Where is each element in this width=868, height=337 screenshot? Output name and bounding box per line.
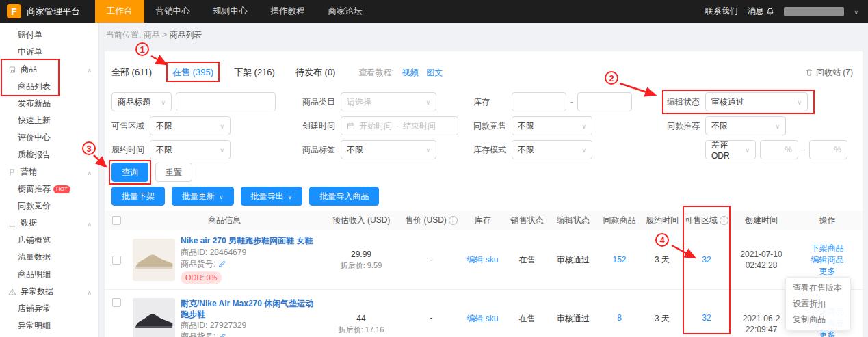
chevron-down-icon[interactable] bbox=[854, 7, 858, 16]
sidebar-section-data[interactable]: 数据 bbox=[0, 215, 98, 232]
sidebar-item-traffic-data[interactable]: 流量数据 bbox=[0, 249, 98, 266]
sidebar-item-review-center[interactable]: 评价中心 bbox=[0, 129, 98, 146]
breadcrumb-level2: 商品列表 bbox=[169, 30, 202, 40]
tab-on-sale[interactable]: 在售 (395) bbox=[172, 66, 213, 79]
breadcrumb: 当前位置: 商品 > 商品列表 bbox=[99, 23, 868, 41]
edit-status-select[interactable]: 审核通过 bbox=[705, 92, 808, 111]
breadcrumb-separator: > bbox=[162, 30, 167, 40]
chevron-down-icon bbox=[284, 191, 293, 201]
end-time-placeholder: 结束时间 bbox=[403, 120, 436, 132]
nav-merchant-forum[interactable]: 商家论坛 bbox=[317, 0, 374, 23]
same-sale-select[interactable]: 不限 bbox=[512, 116, 592, 135]
username-redacted[interactable] bbox=[784, 7, 844, 16]
same-goods-count-link[interactable]: 152 bbox=[612, 255, 626, 265]
select-value: 不限 bbox=[518, 120, 534, 132]
stock-min-input[interactable] bbox=[518, 97, 560, 107]
fulfillment-select[interactable]: 不限 bbox=[150, 140, 231, 159]
odr-min-input[interactable]: % bbox=[760, 140, 798, 159]
id-label: 商品ID: bbox=[181, 321, 207, 330]
goods-tag-select[interactable]: 不限 bbox=[341, 140, 436, 159]
tab-pending[interactable]: 待发布 (0) bbox=[295, 66, 336, 79]
product-title-link[interactable]: 耐克/Nike Air Max270 休闲气垫运动跑步鞋 bbox=[181, 298, 320, 320]
more-link[interactable]: 更多 bbox=[811, 266, 844, 278]
breadcrumb-level1: 商品 bbox=[144, 30, 160, 40]
search-button[interactable]: 查询 bbox=[111, 163, 148, 182]
sku-label: 商品货号: bbox=[181, 259, 215, 269]
sidebar-item-shop-abnormal[interactable]: 店铺异常 bbox=[0, 300, 98, 317]
sidebar-item-abnormal-detail[interactable]: 异常明细 bbox=[0, 317, 98, 334]
menu-item-view-onsale-version[interactable]: 查看在售版本 bbox=[786, 280, 850, 296]
region-select[interactable]: 不限 bbox=[150, 116, 231, 135]
stock-max-input[interactable] bbox=[583, 97, 626, 107]
odr-select[interactable]: 差评ODR bbox=[705, 140, 756, 159]
tutorial-video-link[interactable]: 视频 bbox=[402, 68, 419, 77]
nav-workbench[interactable]: 工作台 bbox=[95, 0, 144, 23]
tutorial-image-link[interactable]: 图文 bbox=[426, 68, 443, 77]
select-all-checkbox[interactable] bbox=[112, 216, 121, 225]
row-checkbox[interactable] bbox=[112, 298, 121, 307]
batch-export-button[interactable]: 批量导出 bbox=[241, 187, 303, 206]
row-checkbox[interactable] bbox=[112, 256, 121, 265]
sidebar-item-label: 橱窗推荐 bbox=[18, 183, 51, 195]
revenue-cell: 29.99 折后价: 9.59 bbox=[320, 230, 402, 290]
edit-sku-link[interactable]: 编辑 sku bbox=[466, 313, 498, 325]
batch-offline-button[interactable]: 批量下架 bbox=[111, 187, 165, 206]
sidebar-section-marketing[interactable]: 营销 bbox=[0, 163, 98, 180]
tab-all[interactable]: 全部 (611) bbox=[111, 66, 152, 79]
tab-off-shelf[interactable]: 下架 (216) bbox=[234, 66, 275, 79]
chevron-down-icon bbox=[577, 121, 586, 131]
sidebar-item-appeal[interactable]: 申诉单 bbox=[0, 44, 98, 61]
sidebar-item-same-bidding[interactable]: 同款竞价 bbox=[0, 198, 98, 215]
created-time-range-picker[interactable]: 开始时间 - 结束时间 bbox=[341, 116, 458, 135]
select-value: 不限 bbox=[156, 120, 172, 132]
sidebar-item-window-recommend[interactable]: 橱窗推荐 HOT bbox=[0, 180, 98, 198]
category-select[interactable]: 请选择 bbox=[341, 92, 436, 111]
region-count-link[interactable]: 32 bbox=[702, 255, 711, 265]
sidebar-item-label: 店铺异常 bbox=[18, 303, 51, 314]
col-price: 售价 (USD) bbox=[402, 215, 460, 226]
goods-list-card: 全部 (611) 在售 (395) 下架 (216) 待发布 (0) 查看教程:… bbox=[105, 51, 863, 337]
sidebar-item-publish-new[interactable]: 发布新品 bbox=[0, 95, 98, 112]
fulfillment-cell: 3 天 bbox=[642, 230, 683, 290]
range-dash: - bbox=[802, 145, 805, 154]
messages-link[interactable]: 消息 bbox=[747, 5, 774, 17]
nav-tutorials[interactable]: 操作教程 bbox=[259, 0, 317, 23]
odr-max-input[interactable]: % bbox=[809, 140, 847, 159]
nav-rules-center[interactable]: 规则中心 bbox=[202, 0, 259, 23]
edit-sku-link[interactable]: 编辑 sku bbox=[466, 254, 498, 266]
edit-pencil-icon[interactable] bbox=[218, 332, 226, 337]
sidebar-section-goods[interactable]: 商品 bbox=[0, 61, 98, 78]
offline-goods-link[interactable]: 下架商品 bbox=[811, 243, 844, 254]
app-title: 商家管理平台 bbox=[27, 5, 80, 18]
sidebar-item-quality-report[interactable]: 质检报告 bbox=[0, 146, 98, 163]
menu-item-set-discount[interactable]: 设置折扣 bbox=[786, 296, 850, 312]
stock-mode-select[interactable]: 不限 bbox=[512, 140, 592, 159]
button-label: 批量导入商品 bbox=[319, 191, 369, 202]
sidebar-item-quick-new[interactable]: 快速上新 bbox=[0, 112, 98, 129]
edit-goods-link[interactable]: 编辑商品 bbox=[811, 254, 844, 266]
menu-item-copy-goods[interactable]: 复制商品 bbox=[786, 312, 850, 327]
product-image[interactable] bbox=[133, 239, 175, 281]
batch-import-button[interactable]: 批量导入商品 bbox=[309, 187, 379, 206]
nav-marketing-center[interactable]: 营销中心 bbox=[144, 0, 202, 23]
reset-button[interactable]: 重置 bbox=[155, 163, 192, 182]
product-title-link[interactable]: Nike air 270 男鞋跑步鞋网面鞋 女鞋 bbox=[181, 235, 320, 247]
product-image[interactable] bbox=[133, 298, 175, 337]
region-count-link[interactable]: 32 bbox=[702, 313, 711, 323]
sidebar-item-shop-overview[interactable]: 店铺概览 bbox=[0, 232, 98, 249]
sidebar-item-goods-list[interactable]: 商品列表 bbox=[0, 78, 98, 95]
contact-us-link[interactable]: 联系我们 bbox=[705, 5, 737, 17]
same-recommend-select[interactable]: 不限 bbox=[705, 116, 786, 135]
recycle-bin-link[interactable]: 回收站 (7) bbox=[805, 67, 853, 79]
chevron-down-icon bbox=[741, 145, 750, 154]
same-goods-count-link[interactable]: 8 bbox=[617, 313, 622, 323]
title-field-select[interactable]: 商品标题 bbox=[111, 92, 172, 111]
sidebar-section-abnormal[interactable]: 异常数据 bbox=[0, 283, 98, 300]
sidebar-item-goods-detail[interactable]: 商品明细 bbox=[0, 266, 98, 283]
batch-update-button[interactable]: 批量更新 bbox=[172, 187, 234, 206]
sidebar-item-payout[interactable]: 赔付单 bbox=[0, 27, 98, 44]
title-search-input[interactable] bbox=[182, 97, 269, 107]
col-same-goods: 同款商品 bbox=[597, 215, 642, 226]
edit-pencil-icon[interactable] bbox=[218, 260, 226, 268]
tutorial-label: 查看教程: bbox=[358, 67, 393, 79]
